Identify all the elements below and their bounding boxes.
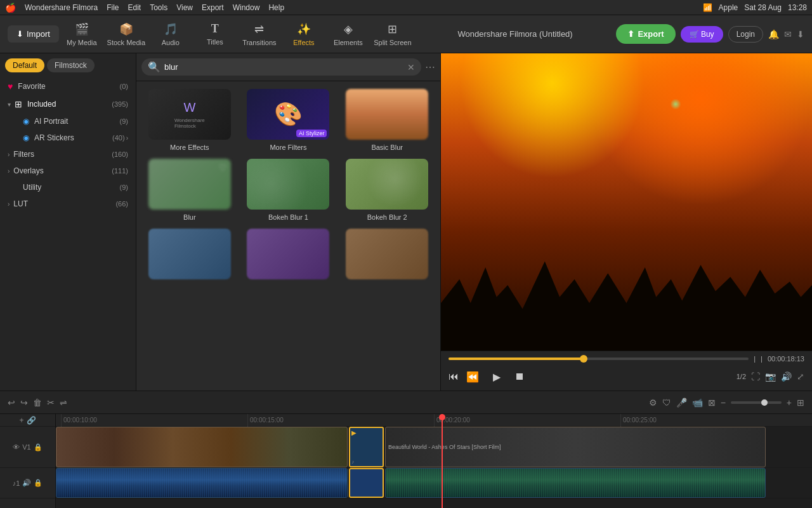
camera-switch-icon[interactable]: 📹 (692, 398, 703, 408)
nav-my-media[interactable]: 🎬 My Media (60, 17, 103, 52)
sidebar-item-favorite[interactable]: ♥ Favorite (0) (0, 77, 136, 95)
notification-icon[interactable]: 🔔 (768, 29, 779, 39)
volume-button[interactable]: 🔊 (781, 371, 792, 382)
grid-icon[interactable]: ⊞ (797, 398, 804, 408)
track-a1-label: ♪1 (13, 479, 20, 487)
menubar-file[interactable]: File (107, 3, 119, 12)
add-track-icon[interactable]: + (19, 416, 23, 425)
playhead[interactable] (442, 414, 443, 508)
sidebar-item-lut[interactable]: › LUT (66) (0, 196, 136, 212)
mic-icon[interactable]: 🎤 (676, 398, 687, 408)
video-track-v1: ▶ ♪ Beautiful World - Ashes Of Stars [Sh… (56, 427, 812, 468)
effect-card-3a[interactable] (144, 229, 235, 283)
pip-icon[interactable]: ⊠ (708, 398, 716, 408)
minus-icon[interactable]: − (721, 398, 726, 408)
expand-button[interactable]: ⤢ (797, 371, 804, 382)
search-input[interactable] (164, 62, 403, 72)
skip-back-button[interactable]: ⏮ (449, 371, 459, 382)
time-markers-left: | (754, 355, 756, 363)
tab-filmstock[interactable]: Filmstock (47, 58, 95, 72)
zoom-thumb[interactable] (761, 399, 768, 406)
included-icon: ⊞ (15, 99, 22, 109)
nav-split-screen[interactable]: ⊞ Split Screen (371, 17, 414, 52)
track-v1-eye-icon[interactable]: 👁 (13, 443, 20, 451)
download-toolbar-icon[interactable]: ⬇ (797, 29, 804, 39)
progress-bar[interactable] (449, 358, 749, 360)
tab-default[interactable]: Default (5, 58, 44, 72)
sidebar-item-filters[interactable]: › Filters (160) (0, 146, 136, 163)
redo-button[interactable]: ↪ (20, 398, 28, 408)
menubar-tools[interactable]: Tools (150, 3, 167, 12)
link-icon[interactable]: 🔗 (27, 416, 36, 425)
progress-thumb[interactable] (580, 355, 587, 363)
effect-card-basic-blur[interactable]: Basic Blur (341, 89, 433, 151)
sidebar-item-utility[interactable]: Utility (9) (0, 179, 136, 196)
nav-stock-media[interactable]: 📦 Stock Media (105, 17, 148, 52)
track-v1-lock-icon[interactable]: 🔒 (34, 443, 43, 451)
play-pause-button[interactable]: ▶ (487, 366, 507, 387)
timeline: ↩ ↪ 🗑 ✂ ⇌ ⚙ 🛡 🎤 📹 ⊠ − + ⊞ + 🔗 (0, 391, 812, 508)
menubar-app[interactable]: Wondershare Filmora (25, 3, 98, 12)
ratio-display: 1/2 (737, 373, 746, 380)
menubar-help[interactable]: Help (268, 3, 284, 12)
undo-button[interactable]: ↩ (8, 398, 15, 408)
effect-card-blur[interactable]: ♡ Blur (144, 159, 235, 221)
settings-icon[interactable]: ⚙ (649, 398, 657, 408)
menubar-apple-id[interactable]: Apple (719, 3, 738, 12)
menubar-edit[interactable]: Edit (128, 3, 141, 12)
snapshot-button[interactable]: 📷 (765, 371, 776, 382)
playhead-head (439, 414, 445, 420)
nav-stock-media-label: Stock Media (107, 39, 146, 46)
effect-card-3b[interactable] (243, 229, 334, 283)
sidebar-item-ar-stickers[interactable]: ◉ AR Stickers (40) › (0, 130, 136, 146)
shield-icon[interactable]: 🛡 (662, 398, 671, 408)
stop-button[interactable]: ⏹ (514, 371, 525, 382)
stock-media-icon: 📦 (119, 22, 133, 36)
effect-card-bokeh-blur-2[interactable]: Bokeh Blur 2 (341, 159, 433, 221)
effect-card-more-effects[interactable]: W WondershareFilmstock More Effects (144, 89, 235, 151)
nav-effects[interactable]: ✨ Effects (282, 17, 325, 52)
audio-clip-2[interactable] (349, 468, 384, 498)
sidebar-item-overlays[interactable]: › Overlays (111) (0, 163, 136, 179)
fullscreen-button[interactable]: ⛶ (751, 371, 760, 382)
overlays-chevron-icon: › (8, 168, 10, 175)
toolbar-left: ⬇ Import (8, 25, 59, 43)
zoom-slider[interactable] (731, 401, 782, 404)
filters-chevron-icon: › (8, 151, 10, 158)
ruler-mark-15: 00:00:15:00 (247, 414, 434, 427)
sidebar-item-included[interactable]: ▾ ⊞ Included (395) (0, 95, 136, 113)
adjust-button[interactable]: ⇌ (60, 398, 67, 408)
plus-icon[interactable]: + (787, 398, 792, 408)
mail-toolbar-icon[interactable]: ✉ (784, 29, 792, 39)
nav-elements[interactable]: ◈ Elements (327, 17, 370, 52)
my-media-icon: 🎬 (75, 22, 89, 36)
frame-back-button[interactable]: ⏪ (466, 371, 479, 383)
video-clip-2[interactable]: ▶ ♪ (349, 427, 384, 467)
buy-button[interactable]: 🛒 Buy (681, 26, 723, 43)
login-button[interactable]: Login (728, 26, 763, 43)
menubar-window[interactable]: Window (233, 3, 260, 12)
effect-card-more-filters[interactable]: 🎨 AI Stylizer More Filters (243, 89, 334, 151)
search-options-icon[interactable]: ⋯ (425, 61, 435, 73)
menubar-export[interactable]: Export (202, 3, 224, 12)
cut-button[interactable]: ✂ (47, 398, 55, 408)
import-button[interactable]: ⬇ Import (8, 25, 59, 43)
audio-clip-1[interactable] (56, 468, 348, 498)
sidebar-favorite-count: (0) (120, 83, 128, 90)
search-clear-icon[interactable]: ✕ (407, 62, 415, 72)
effect-card-3c[interactable] (341, 229, 433, 283)
nav-titles[interactable]: T Titles (193, 17, 237, 52)
video-clip-1[interactable] (56, 427, 348, 467)
track-a1-mute-icon[interactable]: 🔊 (22, 479, 31, 487)
track-a1-lock-icon[interactable]: 🔒 (34, 479, 43, 487)
nav-split-screen-label: Split Screen (374, 39, 411, 46)
blur-label: Blur (183, 213, 196, 221)
nav-transitions[interactable]: ⇌ Transitions (238, 17, 281, 52)
menubar-view[interactable]: View (176, 3, 193, 12)
sidebar-item-ai-portrait[interactable]: ◉ AI Portrait (9) (0, 113, 136, 130)
nav-audio[interactable]: 🎵 Audio (149, 17, 192, 52)
delete-button[interactable]: 🗑 (33, 398, 42, 408)
toolbar-nav: 🎬 My Media 📦 Stock Media 🎵 Audio T Title… (60, 17, 414, 52)
export-button[interactable]: ⬆ Export (616, 24, 675, 44)
effect-card-bokeh-blur-1[interactable]: Bokeh Blur 1 (243, 159, 334, 221)
